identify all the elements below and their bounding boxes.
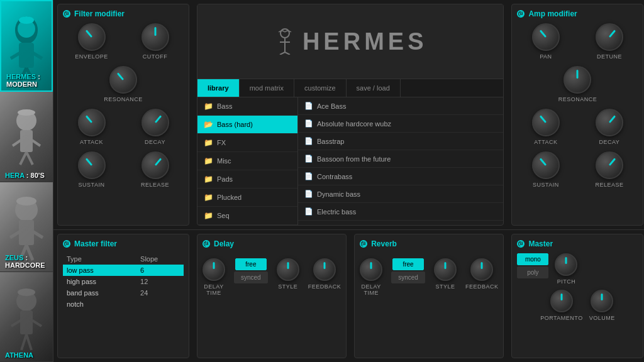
cat-seq[interactable]: 📁 Seq — [197, 207, 297, 225]
preset-hera-bg — [0, 92, 53, 181]
amp-modifier-knobs: PAN DETUNE RESONANCE ATTACK — [517, 23, 638, 188]
amp-modifier-power[interactable]: ⏻ — [517, 10, 525, 18]
hermes-icon — [274, 28, 296, 55]
master-filter-power[interactable]: ⏻ — [63, 240, 70, 248]
master-volume-knob[interactable] — [591, 290, 613, 312]
release-knob[interactable] — [142, 151, 169, 179]
delay-style-knob[interactable] — [277, 258, 299, 281]
filter-type-notch[interactable]: notch — [63, 299, 184, 310]
preset-hera-label: HERA : 80'S — [5, 172, 45, 179]
envelope-knob[interactable] — [78, 23, 106, 51]
preset-absolute[interactable]: 📄 Absolute hardcore wubz — [298, 115, 503, 133]
file-icon-6: 📄 — [304, 207, 313, 216]
amp-decay-knob[interactable] — [596, 109, 623, 136]
file-icon-2: 📄 — [304, 137, 313, 145]
content-area: ⏻ Filter modifier ENVELOPE CUTOFF RESONA… — [53, 0, 644, 362]
reverb-feedback-knob[interactable] — [470, 258, 493, 281]
cat-pads[interactable]: 📁 Pads — [197, 170, 297, 189]
cat-fx[interactable]: 📁 FX — [197, 134, 297, 152]
bottom-row: ⏻ Master filter Type Slope low pass 6 — [53, 229, 644, 362]
cat-bass-hard[interactable]: 📂 Bass (hard) — [197, 116, 297, 134]
preset-zeus[interactable]: ZEUS : HARDCORE — [0, 182, 53, 272]
reverb-panel: ⏻ Reverb DELAY TIME free synced STYLE — [354, 234, 504, 358]
preset-hera[interactable]: HERA : 80'S — [0, 92, 53, 182]
filter-modifier-power[interactable]: ⏻ — [63, 10, 70, 18]
master-pitch-knob-group: PITCH — [555, 253, 577, 285]
amp-sustain-knob[interactable] — [532, 151, 560, 179]
folder-open-icon: 📂 — [204, 120, 213, 129]
decay-knob[interactable] — [142, 109, 169, 136]
delay-time-knob[interactable] — [203, 258, 225, 281]
attack-knob[interactable] — [78, 109, 106, 136]
amp-detune-knob[interactable] — [596, 23, 623, 51]
file-icon-0: 📄 — [304, 102, 313, 110]
master-filter-panel: ⏻ Master filter Type Slope low pass 6 — [57, 234, 189, 358]
master-mono-poly: mono poly — [517, 253, 548, 278]
sustain-knob-group: SUSTAIN — [78, 151, 106, 188]
master-portamento-knob[interactable] — [550, 290, 573, 312]
filter-type-high-pass[interactable]: high pass 12 — [63, 276, 184, 287]
preset-athena-label: ATHENA — [5, 351, 33, 359]
folder-icon-misc: 📁 — [204, 156, 213, 165]
preset-athena-bg — [0, 272, 53, 361]
resonance-knob[interactable] — [109, 66, 137, 94]
delay-power[interactable]: ⏻ — [203, 240, 210, 248]
cutoff-knob-group: CUTOFF — [142, 23, 169, 60]
delay-panel: ⏻ Delay DELAY TIME free synced STYLE — [197, 234, 347, 358]
preset-ace-bass[interactable]: 📄 Ace Bass — [298, 97, 503, 115]
delay-free-toggle[interactable]: free — [235, 258, 267, 270]
delay-title: ⏻ Delay — [203, 239, 341, 248]
svg-line-25 — [26, 334, 31, 350]
svg-rect-23 — [20, 310, 33, 334]
hermes-brand: HERMES — [274, 28, 428, 55]
master-pitch-knob[interactable] — [555, 253, 577, 276]
preset-athena[interactable]: ATHENA — [0, 272, 53, 362]
filter-type-band-pass[interactable]: band pass 24 — [63, 287, 184, 299]
category-list: 📁 Bass 📂 Bass (hard) 📁 FX — [197, 97, 298, 225]
reverb-style-knob[interactable] — [434, 258, 457, 281]
sustain-knob[interactable] — [78, 151, 106, 179]
sidebar: HERMES : MODERN HERA : — [0, 0, 53, 362]
amp-resonance-knob[interactable] — [564, 66, 591, 94]
reverb-free-toggle[interactable]: free — [392, 258, 424, 270]
preset-dynamic-bass[interactable]: 📄 Dynamic bass — [298, 185, 503, 203]
delay-knobs-row: DELAY TIME free synced STYLE FEEDBACK — [203, 253, 341, 301]
amp-pan-knob[interactable] — [532, 23, 560, 51]
tab-mod-matrix[interactable]: mod matrix — [240, 79, 294, 97]
cutoff-knob[interactable] — [142, 23, 169, 51]
master-poly-toggle[interactable]: poly — [517, 266, 548, 278]
cat-bass[interactable]: 📁 Bass — [197, 97, 297, 116]
amp-attack-knob-group: ATTACK — [532, 109, 560, 145]
reverb-synced-toggle[interactable]: synced — [391, 272, 425, 283]
amp-release-knob-group: RELEASE — [595, 151, 623, 188]
master-title: ⏻ Master — [517, 239, 638, 248]
amp-attack-knob[interactable] — [532, 109, 560, 136]
preset-contrabass[interactable]: 📄 Contrabass — [298, 168, 503, 185]
preset-basstrap[interactable]: 📄 Basstrap — [298, 133, 503, 150]
resonance-knob-group: RESONANCE — [104, 66, 143, 102]
preset-list: 📄 Ace Bass 📄 Absolute hardcore wubz 📄 Ba… — [298, 97, 503, 225]
svg-line-32 — [280, 52, 285, 55]
cat-misc[interactable]: 📁 Misc — [197, 152, 297, 170]
preset-bassoon-future[interactable]: 📄 Bassoon from the future — [298, 150, 503, 168]
delay-feedback-knob[interactable] — [313, 258, 336, 281]
reverb-knobs-row: DELAY TIME free synced STYLE FEEDBACK — [360, 253, 498, 301]
svg-point-14 — [18, 109, 35, 116]
delay-toggle-group: free synced — [234, 258, 268, 283]
preset-hermes-label: HERMES : MODERN — [6, 73, 52, 88]
preset-electric-bass[interactable]: 📄 Electric bass — [298, 203, 503, 221]
tab-save-load[interactable]: save / load — [347, 79, 401, 97]
preset-hermes[interactable]: HERMES : MODERN — [0, 0, 53, 92]
master-power[interactable]: ⏻ — [517, 240, 525, 248]
master-mono-toggle[interactable]: mono — [517, 253, 548, 265]
main-layout: HERMES : MODERN HERA : — [0, 0, 644, 362]
filter-type-table: Type Slope low pass 6 high pass 12 — [63, 253, 184, 310]
delay-synced-toggle[interactable]: synced — [234, 272, 268, 283]
filter-type-low-pass[interactable]: low pass 6 — [63, 265, 184, 276]
amp-release-knob[interactable] — [596, 151, 623, 179]
reverb-power[interactable]: ⏻ — [360, 240, 367, 248]
cat-plucked[interactable]: 📁 Plucked — [197, 189, 297, 207]
reverb-time-knob[interactable] — [360, 258, 382, 281]
tab-customize[interactable]: customize — [294, 79, 347, 97]
tab-library[interactable]: library — [197, 79, 240, 97]
